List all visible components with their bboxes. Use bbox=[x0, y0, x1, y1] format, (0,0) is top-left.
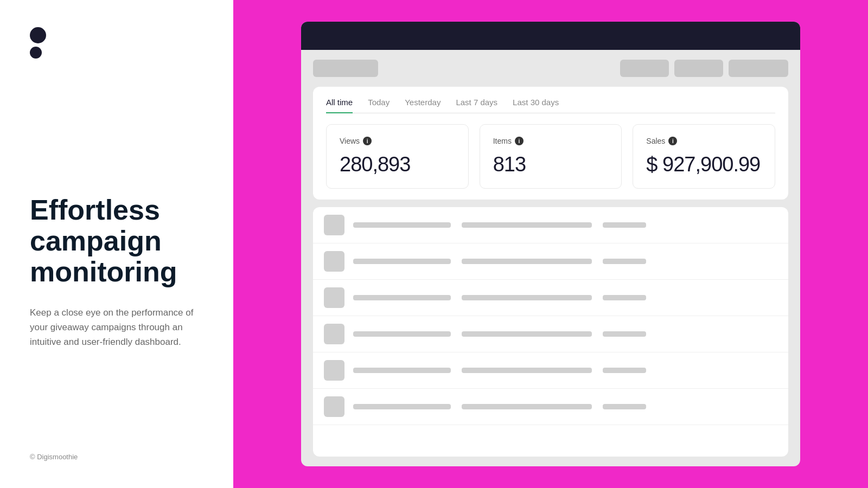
table-row[interactable] bbox=[313, 352, 788, 389]
row-thumbnail bbox=[324, 396, 344, 417]
metric-value-sales: $ 927,900.99 bbox=[646, 153, 762, 176]
tab-last-30-days[interactable]: Last 30 days bbox=[513, 98, 559, 113]
row-thumbnail bbox=[324, 324, 344, 344]
metric-label-sales: Sales i bbox=[646, 137, 762, 145]
bar-3 bbox=[603, 259, 646, 264]
bar-3 bbox=[603, 404, 646, 409]
header-button-2[interactable] bbox=[674, 60, 723, 77]
metric-value-items: 813 bbox=[493, 153, 609, 176]
dashboard-content: All time Today Yesterday Last 7 days Las… bbox=[301, 50, 800, 466]
logo-dot-small bbox=[30, 47, 42, 59]
metric-card-views: Views i 280,893 bbox=[326, 124, 469, 189]
row-bars bbox=[353, 259, 777, 264]
table-row[interactable] bbox=[313, 207, 788, 243]
bar-1 bbox=[353, 331, 451, 337]
metric-label-items: Items i bbox=[493, 137, 609, 145]
header-button-1[interactable] bbox=[620, 60, 669, 77]
logo bbox=[30, 27, 203, 59]
left-panel: Effortless campaign monitoring Keep a cl… bbox=[0, 0, 233, 488]
metric-value-views: 280,893 bbox=[340, 153, 455, 176]
sub-text: Keep a close eye on the performance of y… bbox=[30, 305, 198, 350]
row-bars bbox=[353, 404, 777, 409]
row-bars bbox=[353, 222, 777, 228]
dash-header-right bbox=[620, 60, 788, 77]
row-thumbnail bbox=[324, 287, 344, 308]
bar-1 bbox=[353, 368, 451, 373]
tab-yesterday[interactable]: Yesterday bbox=[405, 98, 441, 113]
row-thumbnail bbox=[324, 360, 344, 381]
bar-3 bbox=[603, 222, 646, 228]
dash-header-left bbox=[313, 60, 378, 77]
bar-2 bbox=[462, 331, 592, 337]
bar-2 bbox=[462, 368, 592, 373]
bar-1 bbox=[353, 222, 451, 228]
items-info-icon[interactable]: i bbox=[515, 137, 524, 145]
copyright-text: © Digismoothie bbox=[30, 453, 203, 461]
row-bars bbox=[353, 368, 777, 373]
right-panel: All time Today Yesterday Last 7 days Las… bbox=[233, 0, 868, 488]
row-thumbnail bbox=[324, 215, 344, 235]
metrics-row: Views i 280,893 Items i 813 bbox=[326, 124, 775, 189]
row-thumbnail bbox=[324, 251, 344, 272]
tabs-row: All time Today Yesterday Last 7 days Las… bbox=[326, 98, 775, 113]
bar-1 bbox=[353, 404, 451, 409]
main-heading: Effortless campaign monitoring bbox=[30, 195, 203, 288]
table-row[interactable] bbox=[313, 280, 788, 316]
tab-last-7-days[interactable]: Last 7 days bbox=[456, 98, 497, 113]
bar-2 bbox=[462, 295, 592, 300]
bar-1 bbox=[353, 295, 451, 300]
metric-label-views: Views i bbox=[340, 137, 455, 145]
header-button-3[interactable] bbox=[729, 60, 788, 77]
dashboard-topbar bbox=[301, 22, 800, 50]
table-row[interactable] bbox=[313, 243, 788, 280]
bar-2 bbox=[462, 222, 592, 228]
bar-2 bbox=[462, 259, 592, 264]
stats-card: All time Today Yesterday Last 7 days Las… bbox=[313, 87, 788, 200]
table-row[interactable] bbox=[313, 316, 788, 352]
table-card bbox=[313, 207, 788, 457]
table-row[interactable] bbox=[313, 389, 788, 425]
logo-dot-large bbox=[30, 27, 46, 43]
dash-header bbox=[313, 60, 788, 77]
sales-info-icon[interactable]: i bbox=[668, 137, 677, 145]
tab-all-time[interactable]: All time bbox=[326, 98, 353, 113]
dashboard-mockup: All time Today Yesterday Last 7 days Las… bbox=[301, 22, 800, 466]
row-bars bbox=[353, 331, 777, 337]
tab-today[interactable]: Today bbox=[368, 98, 390, 113]
bar-1 bbox=[353, 259, 451, 264]
metric-card-items: Items i 813 bbox=[480, 124, 622, 189]
bar-2 bbox=[462, 404, 592, 409]
views-info-icon[interactable]: i bbox=[363, 137, 372, 145]
bar-3 bbox=[603, 331, 646, 337]
row-bars bbox=[353, 295, 777, 300]
left-content: Effortless campaign monitoring Keep a cl… bbox=[30, 59, 203, 453]
header-left-button[interactable] bbox=[313, 60, 378, 77]
bar-3 bbox=[603, 368, 646, 373]
bar-3 bbox=[603, 295, 646, 300]
metric-card-sales: Sales i $ 927,900.99 bbox=[633, 124, 775, 189]
